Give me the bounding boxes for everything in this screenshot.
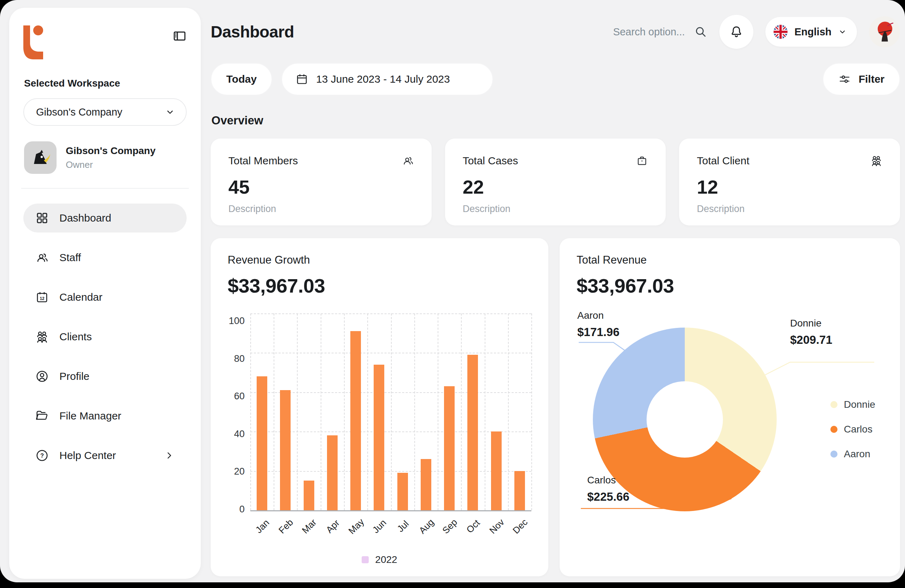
callout-aaron: Aaron $171.96 xyxy=(577,310,619,339)
panel-collapse-icon[interactable] xyxy=(173,29,187,43)
sidebar-item-label: Staff xyxy=(59,252,81,264)
date-range-value: 13 June 2023 - 14 July 2023 xyxy=(316,73,450,85)
filter-button[interactable]: Filter xyxy=(822,63,900,95)
rhino-logo-avatar xyxy=(24,141,57,174)
sidebar-item-label: Clients xyxy=(59,331,92,343)
bar-slot xyxy=(508,314,531,510)
svg-text:12: 12 xyxy=(40,296,44,301)
x-tick-label: May xyxy=(344,518,367,529)
staff-icon xyxy=(402,155,414,167)
workspace-select[interactable]: Gibson's Company xyxy=(23,98,187,126)
gridline xyxy=(531,314,532,510)
bar-oct xyxy=(467,355,478,510)
language-label: English xyxy=(794,26,832,38)
sidebar-item-label: File Manager xyxy=(59,410,121,422)
x-tick-text: Dec xyxy=(510,517,530,536)
brand-logo-icon xyxy=(23,25,43,60)
bar-slot xyxy=(391,314,414,510)
search-icon[interactable] xyxy=(694,25,707,38)
bar-sep xyxy=(444,386,455,510)
legend-dot xyxy=(830,426,837,433)
sidebar-item-label: Help Center xyxy=(59,450,116,461)
sidebar-item-profile[interactable]: Profile xyxy=(23,362,187,391)
legend-dot xyxy=(830,450,837,458)
sidebar-item-file-manager[interactable]: File Manager xyxy=(23,401,187,430)
bar-jul xyxy=(397,473,408,510)
bar-chart-legend[interactable]: 2022 xyxy=(228,554,531,566)
bar-slot xyxy=(274,314,297,510)
date-range-picker[interactable]: 13 June 2023 - 14 July 2023 xyxy=(281,63,493,95)
total-revenue-card: Total Revenue $33,967.03 Aaron $171.96 xyxy=(560,238,900,576)
chevron-down-icon xyxy=(165,107,175,117)
calendar-icon: 12 xyxy=(35,290,49,304)
user-avatar[interactable] xyxy=(869,16,900,48)
sidebar-divider xyxy=(21,188,189,189)
bar-slot xyxy=(414,314,438,510)
x-tick-text: Oct xyxy=(465,517,483,535)
stat-title: Total Client xyxy=(697,155,749,167)
donnie-callout-line xyxy=(765,362,874,375)
bar-slot xyxy=(344,314,367,510)
briefcase-icon xyxy=(636,155,648,167)
x-tick-label: Dec xyxy=(508,518,531,529)
y-tick-label: 40 xyxy=(234,430,245,439)
notifications-button[interactable] xyxy=(719,15,753,49)
search-input[interactable]: Search option... xyxy=(613,25,707,38)
sidebar-item-clients[interactable]: Clients xyxy=(23,322,187,351)
total-revenue-title: Total Revenue xyxy=(576,254,883,266)
overview-heading: Overview xyxy=(211,114,900,127)
revenue-growth-title: Revenue Growth xyxy=(228,254,531,266)
bar-slot xyxy=(367,314,391,510)
today-label: Today xyxy=(226,73,257,85)
bar-may xyxy=(350,331,361,510)
x-tick-text: Apr xyxy=(324,517,342,535)
bar-chart-plot xyxy=(250,314,531,511)
donut-legend-item-carlos[interactable]: Carlos xyxy=(830,424,875,435)
workspace-owner-role: Owner xyxy=(66,159,156,170)
search-placeholder: Search option... xyxy=(613,26,685,38)
x-tick-label: Aug xyxy=(414,518,438,529)
sidebar-item-help-center[interactable]: ? Help Center xyxy=(23,441,187,470)
bar-slot xyxy=(438,314,461,510)
stat-title: Total Cases xyxy=(463,155,518,167)
language-selector[interactable]: English xyxy=(765,17,857,47)
callout-value: $225.66 xyxy=(587,490,629,504)
sidebar-item-staff[interactable]: Staff xyxy=(23,243,187,272)
x-tick-label: Jun xyxy=(367,518,391,529)
stat-card-total-members: Total Members 45 Description xyxy=(211,138,432,225)
x-tick-label: Apr xyxy=(321,518,344,529)
x-tick-text: May xyxy=(346,516,366,536)
x-tick-text: Nov xyxy=(487,517,506,536)
legend-label: 2022 xyxy=(375,554,397,566)
donut-legend-item-donnie[interactable]: Donnie xyxy=(830,399,875,410)
legend-dot xyxy=(830,401,837,408)
donut-legend-item-aaron[interactable]: Aaron xyxy=(830,449,875,460)
page-title: Dashboard xyxy=(211,22,294,41)
x-tick-label: Mar xyxy=(297,518,321,529)
sidebar-nav: Dashboard Staff xyxy=(23,204,187,470)
bar-apr xyxy=(327,435,338,510)
workspace-owner[interactable]: Gibson's Company Owner xyxy=(24,141,187,174)
x-tick-label: Nov xyxy=(485,518,508,529)
chevron-right-icon xyxy=(164,450,175,461)
stat-value: 45 xyxy=(229,176,414,198)
x-tick-label: Feb xyxy=(274,518,297,529)
legend-label: Donnie xyxy=(844,399,875,410)
bar-chart-x-axis: JanFebMarAprMayJunJulAugSepOctNovDec xyxy=(250,518,531,529)
sidebar-item-dashboard[interactable]: Dashboard xyxy=(23,204,187,233)
callout-value: $209.71 xyxy=(790,333,832,347)
calendar-icon xyxy=(295,73,308,86)
y-tick-label: 80 xyxy=(234,354,245,364)
sidebar-item-calendar[interactable]: 12 Calendar xyxy=(23,283,187,312)
chevron-down-icon xyxy=(838,27,847,36)
bell-icon xyxy=(729,24,744,39)
sidebar-item-label: Profile xyxy=(59,370,89,382)
bar-slot xyxy=(461,314,484,510)
sliders-icon xyxy=(838,73,851,86)
bar-slot xyxy=(321,314,344,510)
filter-label: Filter xyxy=(859,73,884,85)
today-button[interactable]: Today xyxy=(211,63,272,95)
sidebar: Selected Workspace Gibson's Company Gibs… xyxy=(9,8,201,579)
bar-dec xyxy=(514,471,525,510)
callout-name: Donnie xyxy=(790,318,832,329)
